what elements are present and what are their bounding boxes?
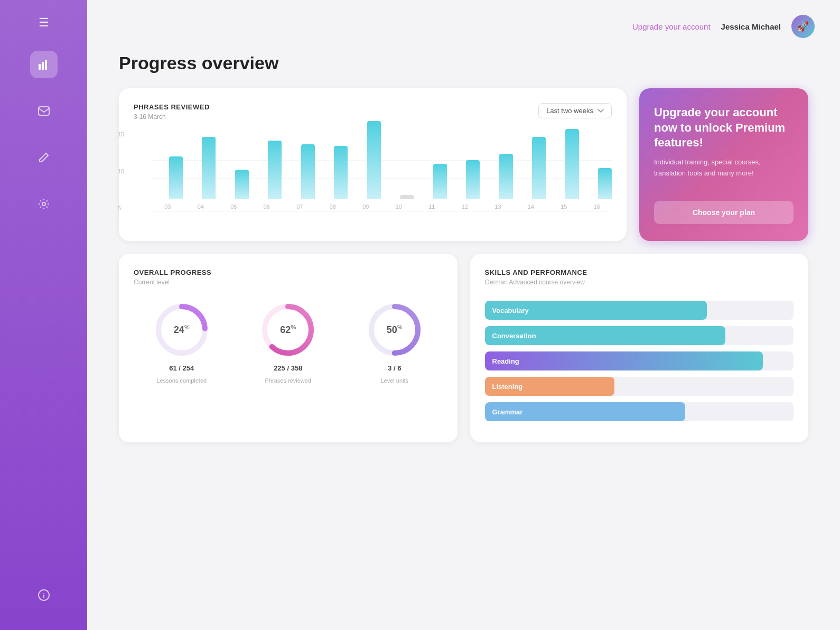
bar-group-08: 08 xyxy=(318,146,348,211)
upgrade-card-title: Upgrade your account now to unlock Premi… xyxy=(654,105,794,151)
skill-bar-3: Listening xyxy=(485,377,794,396)
bar-group-13: 13 xyxy=(483,154,513,211)
upgrade-link[interactable]: Upgrade your account xyxy=(632,22,711,31)
sidebar-item-edit[interactable] xyxy=(30,144,58,171)
skills-card: SKILLS AND PERFORMANCE German Advanced c… xyxy=(470,254,809,442)
donut-chart-0: 24% xyxy=(153,301,211,359)
main-content: Upgrade your account Jessica Michael 🚀 P… xyxy=(87,0,840,630)
skill-bar-fill-2: Reading xyxy=(485,351,763,370)
skills-subtitle: German Advanced course overview xyxy=(485,279,794,286)
donut-percent-1: 62% xyxy=(280,324,296,336)
upgrade-card: Upgrade your account now to unlock Premi… xyxy=(639,88,808,241)
skill-label-0: Vocabulary xyxy=(492,307,529,314)
sidebar-item-settings[interactable] xyxy=(30,190,58,218)
svg-rect-3 xyxy=(39,107,49,115)
page-title: Progress overview xyxy=(119,53,808,73)
bar-group-04: 04 xyxy=(186,137,216,211)
skill-bar-fill-0: Vocabulary xyxy=(485,301,707,320)
overall-progress-subtitle: Current level xyxy=(134,279,443,286)
sidebar: ☰ xyxy=(0,0,87,630)
donut-desc-0: Lessons completed xyxy=(156,377,207,384)
bar-group-09: 09 xyxy=(351,121,381,211)
donut-desc-2: Level units xyxy=(380,377,408,384)
bar-group-03: 03 xyxy=(153,156,183,211)
skills-title: SKILLS AND PERFORMANCE xyxy=(485,268,794,276)
donut-item-2: 50% 3 / 6 Level units xyxy=(366,301,424,384)
donut-value-1: 225 / 358 xyxy=(274,364,302,372)
donut-chart-1: 62% xyxy=(259,301,317,359)
skill-item-grammar: Grammar xyxy=(485,402,794,421)
skill-label-2: Reading xyxy=(492,357,519,365)
svg-point-4 xyxy=(42,202,45,206)
username-label: Jessica Michael xyxy=(721,22,781,31)
bar-group-15: 15 xyxy=(549,129,579,211)
bar-group-16: 16 xyxy=(582,168,612,211)
skill-bar-2: Reading xyxy=(485,351,794,370)
svg-rect-0 xyxy=(39,64,41,70)
skill-bar-fill-1: Conversation xyxy=(485,326,726,345)
donut-item-1: 62% 225 / 358 Phrases reviewed xyxy=(259,301,317,384)
chart-title: PHRASES REVIEWED xyxy=(134,103,210,111)
skill-bar-1: Conversation xyxy=(485,326,794,345)
header: Upgrade your account Jessica Michael 🚀 xyxy=(87,0,840,53)
choose-plan-button[interactable]: Choose your plan xyxy=(654,201,794,224)
donut-percent-2: 50% xyxy=(387,324,403,336)
skill-bar-4: Grammar xyxy=(485,402,794,421)
chart-subtitle: 3-16 March xyxy=(134,113,210,121)
page-content: Progress overview PHRASES REVIEWED 3-16 … xyxy=(87,53,840,630)
donut-item-0: 24% 61 / 254 Lessons completed xyxy=(153,301,211,384)
overall-progress-card: OVERALL PROGRESS Current level 24% 61 / … xyxy=(119,254,458,442)
skill-label-1: Conversation xyxy=(492,332,536,340)
skill-item-conversation: Conversation xyxy=(485,326,794,345)
skill-bar-0: Vocabulary xyxy=(485,301,794,320)
donut-chart-2: 50% xyxy=(366,301,424,359)
skill-bar-fill-3: Listening xyxy=(485,377,614,396)
sidebar-item-analytics[interactable] xyxy=(30,51,58,78)
overall-progress-title: OVERALL PROGRESS xyxy=(134,268,443,276)
bar-group-05: 05 xyxy=(219,170,249,211)
svg-rect-1 xyxy=(42,62,44,70)
skill-bar-fill-4: Grammar xyxy=(485,402,686,421)
chart-header: PHRASES REVIEWED 3-16 March Last two wee… xyxy=(134,103,612,121)
chart-card: PHRASES REVIEWED 3-16 March Last two wee… xyxy=(119,88,627,241)
donut-value-2: 3 / 6 xyxy=(388,364,401,372)
skill-label-3: Listening xyxy=(492,383,523,391)
bar-group-14: 14 xyxy=(516,137,546,211)
bar-chart: 0304050607080910111213141516 xyxy=(153,131,612,226)
sidebar-item-messages[interactable] xyxy=(30,97,58,125)
bar-group-07: 07 xyxy=(285,144,315,211)
sidebar-nav xyxy=(30,51,58,589)
donuts-row: 24% 61 / 254 Lessons completed 62% 225 /… xyxy=(134,301,443,384)
donut-desc-1: Phrases reviewed xyxy=(265,377,311,384)
upgrade-card-desc: Individual training, special courses, tr… xyxy=(654,157,794,179)
timeframe-dropdown[interactable]: Last two weeks xyxy=(538,103,612,118)
bottom-row: OVERALL PROGRESS Current level 24% 61 / … xyxy=(119,254,808,442)
bar-group-06: 06 xyxy=(252,141,282,211)
sidebar-info-icon[interactable] xyxy=(38,589,50,604)
bar-group-10: 10 xyxy=(384,195,414,211)
bar-group-11: 11 xyxy=(417,164,447,211)
y-axis-labels: 15 10 5 xyxy=(118,131,124,211)
skills-container: Vocabulary Conversation Reading Listenin… xyxy=(485,301,794,421)
donut-value-0: 61 / 254 xyxy=(169,364,194,372)
bars-container: 0304050607080910111213141516 xyxy=(153,131,612,211)
skill-label-4: Grammar xyxy=(492,408,523,416)
skill-item-reading: Reading xyxy=(485,351,794,370)
menu-icon[interactable]: ☰ xyxy=(39,16,49,30)
svg-rect-2 xyxy=(45,60,47,70)
donut-percent-0: 24% xyxy=(174,324,190,336)
avatar: 🚀 xyxy=(791,15,815,38)
skill-item-vocabulary: Vocabulary xyxy=(485,301,794,320)
bar-group-12: 12 xyxy=(450,160,480,211)
top-row: PHRASES REVIEWED 3-16 March Last two wee… xyxy=(119,88,808,241)
skill-item-listening: Listening xyxy=(485,377,794,396)
